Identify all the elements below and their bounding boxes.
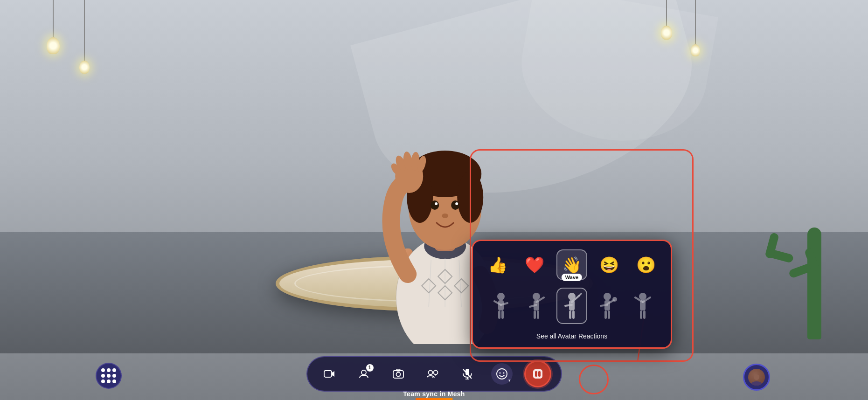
photo-icon xyxy=(393,369,404,379)
ceiling-light-4 xyxy=(691,0,700,56)
mic-icon xyxy=(462,368,472,379)
emoji-toggle-button[interactable]: ▾ xyxy=(491,363,513,385)
svg-point-64 xyxy=(433,371,437,375)
apps-button[interactable] xyxy=(96,363,122,389)
svg-point-69 xyxy=(497,369,507,379)
svg-rect-58 xyxy=(324,371,332,377)
avatar-reaction-icon-1 xyxy=(491,292,511,320)
status-bar: Team sync in Mesh xyxy=(403,389,465,400)
emoji-reactions-row: 👍 ❤️ 👋 Wave 😆 😮 xyxy=(482,249,661,280)
svg-point-63 xyxy=(428,371,432,375)
emoji-heart[interactable]: ❤️ xyxy=(520,249,550,280)
chevron-down-icon: ▾ xyxy=(508,378,511,383)
avatar-reaction-icon-4 xyxy=(597,292,618,320)
meeting-toolbar: ▾ xyxy=(306,356,562,392)
svg-rect-51 xyxy=(608,310,610,319)
reaction-icon xyxy=(532,368,544,380)
status-indicator xyxy=(415,398,452,400)
svg-point-59 xyxy=(361,370,366,375)
svg-line-41 xyxy=(579,294,581,296)
svg-rect-57 xyxy=(643,310,646,319)
mic-button[interactable] xyxy=(457,363,478,385)
svg-point-26 xyxy=(497,293,505,300)
svg-rect-74 xyxy=(538,371,541,377)
svg-rect-43 xyxy=(569,310,571,319)
svg-line-42 xyxy=(565,305,572,306)
participants-icon xyxy=(358,369,369,379)
avatar-reaction-3[interactable] xyxy=(556,288,587,324)
avatar-reaction-5[interactable] xyxy=(627,288,658,324)
svg-rect-31 xyxy=(501,310,504,319)
svg-point-7 xyxy=(457,172,483,223)
camera-icon xyxy=(324,369,335,379)
emoji-wave[interactable]: 👋 Wave xyxy=(556,249,587,280)
svg-rect-56 xyxy=(640,310,642,319)
emoji-surprised[interactable]: 😮 xyxy=(631,249,661,280)
avatar-reaction-4[interactable] xyxy=(592,288,623,324)
svg-rect-37 xyxy=(537,310,539,319)
avatar-reaction-icon-2 xyxy=(526,292,547,320)
avatar-reactions-row xyxy=(482,288,661,324)
avatar-profile-button[interactable] xyxy=(743,364,770,391)
ceiling-light-2 xyxy=(79,0,90,74)
svg-point-32 xyxy=(533,293,540,300)
svg-rect-50 xyxy=(604,310,607,319)
svg-rect-44 xyxy=(572,310,575,319)
avatar-reaction-1[interactable] xyxy=(486,288,516,324)
avatar-reaction-icon-5 xyxy=(632,292,653,320)
toolbar-pill: ▾ xyxy=(306,356,562,392)
svg-point-48 xyxy=(612,297,617,302)
user-avatar-thumbnail xyxy=(748,369,765,386)
svg-rect-73 xyxy=(535,371,537,377)
svg-point-9 xyxy=(451,200,459,210)
view-icon xyxy=(427,369,439,379)
screenshot-button[interactable] xyxy=(388,363,409,385)
reaction-panel: 👍 ❤️ 👋 Wave 😆 😮 xyxy=(472,240,672,349)
svg-point-61 xyxy=(396,372,400,377)
ceiling-light-1 xyxy=(47,0,60,54)
emoji-thumbsup[interactable]: 👍 xyxy=(482,249,513,280)
svg-point-71 xyxy=(503,372,504,374)
see-all-reactions-link[interactable]: See all Avatar Reactions xyxy=(482,331,661,341)
emoji-icon xyxy=(496,368,508,380)
svg-rect-60 xyxy=(393,371,403,378)
svg-rect-72 xyxy=(533,369,542,379)
view-button[interactable] xyxy=(422,363,444,385)
svg-point-45 xyxy=(604,293,611,300)
emoji-wave-label: Wave xyxy=(562,274,582,281)
participants-button[interactable] xyxy=(353,363,375,385)
svg-point-10 xyxy=(435,202,437,205)
avatar-reaction-2[interactable] xyxy=(521,288,552,324)
svg-point-70 xyxy=(499,372,500,374)
svg-point-12 xyxy=(442,214,448,218)
scene-background xyxy=(0,0,868,400)
ceiling-light-3 xyxy=(661,0,672,40)
svg-rect-62 xyxy=(396,369,400,371)
avatar-reaction-icon-3 xyxy=(562,292,582,320)
camera-button[interactable] xyxy=(319,363,340,385)
emoji-laugh[interactable]: 😆 xyxy=(594,249,625,280)
svg-point-11 xyxy=(455,202,458,205)
svg-rect-36 xyxy=(534,310,536,319)
svg-line-49 xyxy=(601,305,607,306)
svg-point-75 xyxy=(754,374,759,380)
svg-rect-30 xyxy=(498,310,500,319)
user-avatar-icon xyxy=(750,372,763,386)
cactus-decoration xyxy=(756,190,840,339)
svg-point-8 xyxy=(431,200,439,210)
reaction-button[interactable] xyxy=(526,362,550,386)
svg-point-52 xyxy=(639,293,646,300)
grid-icon xyxy=(101,368,116,383)
